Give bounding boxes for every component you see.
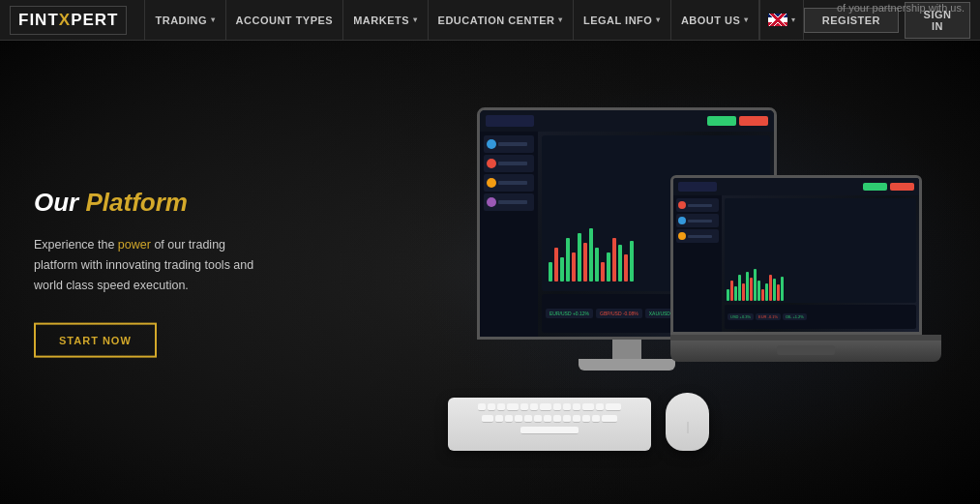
start-now-button[interactable]: START NOW	[34, 323, 157, 358]
key	[488, 403, 495, 411]
candle	[607, 252, 610, 282]
screen-topbar-right	[707, 116, 768, 126]
laptop-sidebar	[673, 195, 722, 332]
sidebar-row	[484, 193, 534, 211]
avatar-icon	[678, 217, 686, 224]
candle	[566, 238, 570, 282]
laptop-sidebar-row	[676, 214, 719, 227]
candle	[589, 228, 593, 282]
nav-items: TRADING ▾ ACCOUNT TYPES MARKETS ▾ EDUCAT…	[144, 0, 803, 40]
ticker-item: GBP/USD -0.08%	[596, 309, 642, 318]
navbar: FINTXPERT TRADING ▾ ACCOUNT TYPES MARKET…	[0, 0, 980, 41]
candle	[578, 233, 581, 282]
screen-logo	[486, 115, 534, 127]
nav-item-legal-info[interactable]: LEGAL INFO ▾	[574, 0, 671, 40]
key	[582, 403, 594, 411]
sidebar-text	[688, 235, 712, 238]
chevron-down-icon: ▾	[791, 15, 795, 24]
hero-description: Experience the power of our trading plat…	[34, 234, 266, 296]
sidebar-text	[688, 220, 712, 222]
hero-content: Our Platform Experience the power of our…	[34, 187, 266, 358]
hero-title: Our Platform	[34, 187, 266, 217]
candle	[572, 252, 576, 282]
chevron-down-icon: ▾	[656, 15, 661, 24]
key	[573, 415, 580, 423]
screen-btn-red	[739, 116, 768, 126]
nav-item-about-us[interactable]: ABOUT US ▾	[671, 0, 759, 40]
sidebar-text	[498, 200, 527, 204]
laptop-btn-green	[863, 183, 887, 191]
laptop-bottom-bar: USD +0.3% EUR -0.1% OIL +1.2%	[725, 305, 916, 329]
nav-item-account-types[interactable]: ACCOUNT TYPES	[226, 0, 344, 40]
key	[520, 403, 528, 411]
avatar-icon	[678, 232, 686, 240]
key	[563, 415, 571, 423]
key	[573, 403, 580, 411]
candle	[560, 257, 564, 282]
chevron-down-icon: ▾	[558, 15, 563, 24]
laptop-topbar	[673, 178, 919, 195]
sidebar-row	[484, 174, 534, 192]
candle	[612, 238, 616, 282]
key-row	[456, 427, 643, 434]
key	[505, 415, 513, 423]
nav-item-markets[interactable]: MARKETS ▾	[343, 0, 428, 40]
candle	[549, 262, 552, 282]
key	[592, 415, 600, 423]
language-selector[interactable]: ▾	[759, 0, 804, 40]
logo[interactable]: FINTXPERT	[10, 6, 127, 35]
avatar-icon	[487, 139, 496, 149]
key	[530, 403, 538, 411]
laptop-chart	[725, 198, 916, 303]
keyboard	[448, 398, 651, 451]
candle	[730, 281, 733, 301]
laptop-base	[670, 341, 941, 362]
hero-section: Our Platform Experience the power of our…	[0, 41, 980, 504]
mouse-line	[687, 422, 688, 433]
flag-icon	[768, 14, 787, 26]
sidebar-text	[688, 204, 712, 207]
sidebar-row	[484, 135, 534, 153]
key	[497, 403, 505, 411]
monitor-stand-neck	[612, 340, 641, 359]
candle	[630, 241, 634, 282]
chevron-down-icon: ▾	[744, 15, 749, 24]
candle	[554, 248, 558, 282]
laptop-screen: USD +0.3% EUR -0.1% OIL +1.2%	[673, 178, 919, 332]
laptop-screen-wrap: USD +0.3% EUR -0.1% OIL +1.2%	[670, 175, 922, 335]
monitor-stand-base	[579, 359, 675, 371]
candle	[624, 254, 628, 282]
sidebar-text	[498, 142, 527, 146]
candle	[761, 289, 764, 301]
candle	[583, 243, 587, 282]
key	[482, 415, 493, 423]
key-row	[456, 403, 643, 411]
key	[478, 403, 486, 411]
laptop-logo	[678, 182, 717, 192]
laptop-center: USD +0.3% EUR -0.1% OIL +1.2%	[722, 195, 919, 332]
avatar-icon	[487, 159, 496, 168]
laptop-main: USD +0.3% EUR -0.1% OIL +1.2%	[673, 195, 919, 332]
chevron-down-icon: ▾	[211, 15, 216, 24]
key	[540, 403, 551, 411]
laptop: USD +0.3% EUR -0.1% OIL +1.2%	[670, 175, 941, 369]
key	[596, 403, 604, 411]
candle	[734, 286, 737, 301]
key	[544, 415, 551, 423]
key-spacebar	[520, 427, 579, 434]
candle	[595, 248, 599, 282]
ticker-item: EUR -0.1%	[756, 313, 781, 320]
sidebar-row	[484, 155, 534, 172]
key	[515, 415, 522, 423]
candle	[769, 275, 772, 301]
logo-text: FINTXPERT	[18, 11, 118, 30]
screen-sidebar	[480, 132, 538, 337]
nav-item-education-center[interactable]: EDUCATION CENTER ▾	[429, 0, 574, 40]
laptop-sidebar-row	[676, 198, 719, 212]
ticker-item: OIL +1.2%	[783, 313, 807, 320]
laptop-topbar-btns	[863, 183, 914, 191]
key	[524, 415, 532, 423]
nav-item-trading[interactable]: TRADING ▾	[144, 0, 225, 40]
avatar-icon	[487, 178, 496, 188]
key	[563, 403, 571, 411]
